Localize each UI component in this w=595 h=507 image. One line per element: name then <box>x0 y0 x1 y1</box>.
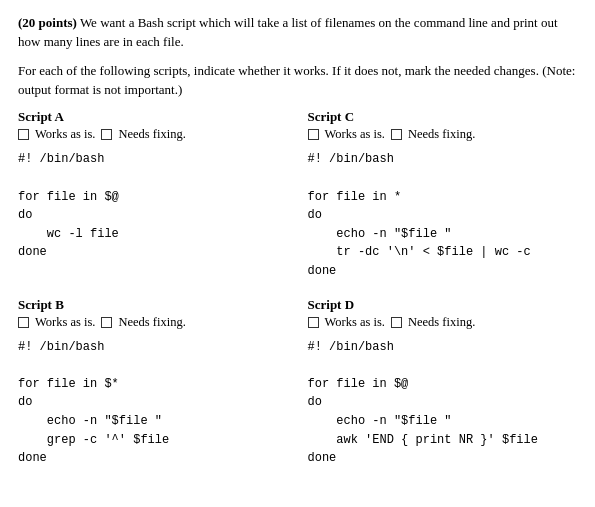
code-C: #! /bin/bash for file in * do echo -n "$… <box>308 150 578 280</box>
needs-label-C: Needs fixing. <box>408 127 475 142</box>
script-block-D: Script D Works as is. Needs fixing. #! /… <box>308 297 578 468</box>
script-title-C: Script C <box>308 109 578 125</box>
code-B: #! /bin/bash for file in $* do echo -n "… <box>18 338 288 468</box>
works-label-A: Works as is. <box>35 127 95 142</box>
checkbox-works-B[interactable] <box>18 317 29 328</box>
checkbox-works-D[interactable] <box>308 317 319 328</box>
needs-label-D: Needs fixing. <box>408 315 475 330</box>
needs-label-A: Needs fixing. <box>118 127 185 142</box>
checkbox-needs-C[interactable] <box>391 129 402 140</box>
intro-paragraph: (20 points) We want a Bash script which … <box>18 14 577 99</box>
works-row-D: Works as is. Needs fixing. <box>308 315 578 330</box>
points-label: (20 points) <box>18 15 77 30</box>
intro-text2: For each of the following scripts, indic… <box>18 62 577 100</box>
script-title-B: Script B <box>18 297 288 313</box>
works-row-A: Works as is. Needs fixing. <box>18 127 288 142</box>
checkbox-needs-D[interactable] <box>391 317 402 328</box>
script-block-A: Script A Works as is. Needs fixing. #! /… <box>18 109 288 280</box>
scripts-grid: Script A Works as is. Needs fixing. #! /… <box>18 109 577 483</box>
checkbox-works-C[interactable] <box>308 129 319 140</box>
code-D: #! /bin/bash for file in $@ do echo -n "… <box>308 338 578 468</box>
works-label-C: Works as is. <box>325 127 385 142</box>
checkbox-needs-A[interactable] <box>101 129 112 140</box>
works-label-D: Works as is. <box>325 315 385 330</box>
checkbox-works-A[interactable] <box>18 129 29 140</box>
script-block-C: Script C Works as is. Needs fixing. #! /… <box>308 109 578 280</box>
works-row-B: Works as is. Needs fixing. <box>18 315 288 330</box>
intro-text1: We want a Bash script which will take a … <box>18 15 558 49</box>
checkbox-needs-B[interactable] <box>101 317 112 328</box>
script-title-D: Script D <box>308 297 578 313</box>
needs-label-B: Needs fixing. <box>118 315 185 330</box>
script-title-A: Script A <box>18 109 288 125</box>
script-block-B: Script B Works as is. Needs fixing. #! /… <box>18 297 288 468</box>
works-row-C: Works as is. Needs fixing. <box>308 127 578 142</box>
works-label-B: Works as is. <box>35 315 95 330</box>
code-A: #! /bin/bash for file in $@ do wc -l fil… <box>18 150 288 262</box>
